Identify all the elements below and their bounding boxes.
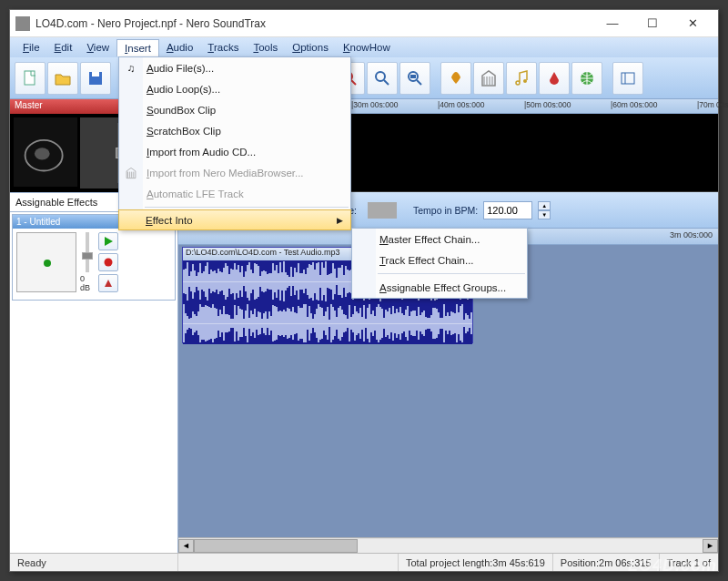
tempo-spinner: ▲ ▼ [538,201,551,219]
zoom-fit-button[interactable] [367,62,398,95]
titlebar: LO4D.com - Nero Project.npf - Nero Sound… [10,10,718,37]
svg-rect-0 [25,71,35,85]
window-controls: — ☐ ✕ [592,11,713,36]
track-record-button[interactable] [98,253,118,271]
ruler-tick: |50m 00s:000 [524,100,571,109]
tempo-up-button[interactable]: ▲ [538,201,551,210]
speaker-thumbnail [14,117,77,187]
scroll-thumb[interactable] [194,539,358,553]
app-icon [15,16,30,31]
menu-item-audio-loop-s[interactable]: Audio Loop(s)... [119,78,350,99]
status-position: Position:2m 06s:315 [553,554,660,571]
ruler-tick: 3m 00s:000 [670,230,713,240]
menu-item-soundbox-clip[interactable]: SoundBox Clip [119,99,350,120]
svg-point-18 [35,148,50,159]
svg-point-20 [105,259,113,267]
menu-item-effect-into[interactable]: Effect Into▶ [118,209,351,230]
menu-insert[interactable]: Insert [116,39,159,56]
status-spacer [178,554,399,571]
track-buttons [98,232,118,296]
ruler-tick: |70m 00s:000 [697,100,728,109]
library-button[interactable] [473,62,504,95]
maximize-button[interactable]: ☐ [632,11,672,36]
menu-edit[interactable]: Edit [47,39,80,56]
scroll-right-button[interactable]: ► [703,539,718,553]
scroll-left-button[interactable]: ◄ [178,539,194,553]
menu-tracks[interactable]: Tracks [200,39,246,56]
tool-color-button[interactable] [539,62,570,95]
svg-point-14 [523,79,527,83]
horizontal-scrollbar: ◄ ► [178,537,718,553]
tool-music-button[interactable] [506,62,537,95]
tempo-down-button[interactable]: ▼ [538,210,551,219]
window-title: LO4D.com - Nero Project.npf - Nero Sound… [35,17,592,30]
insert-menu-dropdown: ♫Audio File(s)...Audio Loop(s)...SoundBo… [118,56,351,230]
pan-control[interactable] [16,232,76,292]
library-icon [124,166,138,180]
menu-item-scratchbox-clip[interactable]: ScratchBox Clip [119,120,350,141]
app-window: LO4D.com - Nero Project.npf - Nero Sound… [9,9,719,572]
menu-options[interactable]: Options [285,39,336,56]
track-body: 0 dB [13,229,175,300]
tool-globe-button[interactable] [571,62,602,95]
close-button[interactable]: ✕ [672,11,713,36]
ruler-tick: |40m 00s:000 [438,100,484,109]
track-volume-slider[interactable]: 0 dB [80,232,95,292]
statusbar: Ready Total project length:3m 45s:619 Po… [10,553,718,571]
menu-item-automatic-lfe-track: Automatic LFE Track [119,183,350,204]
menu-item-import-from-audio-cd[interactable]: Import from Audio CD... [119,141,350,162]
panel-button[interactable] [612,62,643,95]
submenu-item-assignable-effect-groups[interactable]: Assignable Effect Groups... [352,277,527,298]
tempo-label: Tempo in BPM: [413,205,478,216]
main-area: Master Assignable Effects 1 - Untitled —… [10,99,718,553]
submenu-item-track-effect-chain[interactable]: Track Effect Chain... [352,250,527,270]
tool-a-button[interactable] [440,62,471,95]
menubar: FileEditViewInsertAudioTracksToolsOption… [10,37,718,57]
db-label: 0 dB [80,274,95,292]
menu-view[interactable]: View [79,39,116,56]
status-track: Track 1 of [660,554,719,571]
submenu-item-master-effect-chain[interactable]: Master Effect Chain... [352,229,527,250]
note-icon: ♫ [124,61,138,76]
menu-tools[interactable]: Tools [246,39,285,56]
status-ready: Ready [10,554,178,571]
menu-item-audio-file-s[interactable]: ♫Audio File(s)... [119,57,350,78]
status-total-length: Total project length:3m 45s:619 [399,554,553,571]
scroll-track[interactable] [194,539,703,553]
track-play-button[interactable] [98,232,118,250]
minimize-button[interactable]: — [592,11,632,36]
svg-rect-2 [92,72,99,76]
submenu-arrow-icon: ▶ [337,216,343,225]
menu-knowhow[interactable]: KnowHow [336,39,398,56]
open-button[interactable] [47,62,78,95]
ruler-tick: |60m 00s:000 [611,100,657,109]
new-button[interactable] [15,62,46,95]
tempo-input[interactable] [483,201,532,219]
menu-audio[interactable]: Audio [159,39,200,56]
effect-into-submenu: Master Effect Chain...Track Effect Chain… [351,228,528,299]
menu-item-import-from-nero-mediabrowser: Import from Nero MediaBrowser... [119,162,350,183]
toolbar [10,57,718,99]
speaker-icon [20,127,71,178]
menu-file[interactable]: File [15,39,47,56]
save-button[interactable] [80,62,111,95]
svg-rect-13 [410,75,416,78]
svg-point-11 [376,72,385,81]
track-fx-button[interactable] [98,274,118,292]
svg-marker-19 [105,237,113,246]
zoom-sel-button[interactable] [399,62,430,95]
ruler-tick: |30m 00s:000 [351,100,398,109]
volume-slider-icon[interactable] [368,202,397,219]
svg-rect-16 [622,73,634,84]
